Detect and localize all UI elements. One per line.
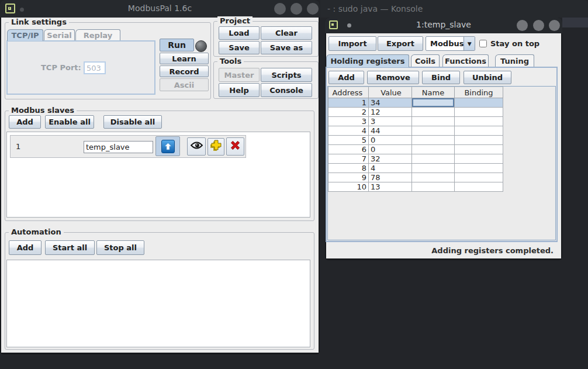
save-button[interactable]: Save (219, 41, 260, 54)
table-cell[interactable] (455, 126, 503, 136)
modbuspal-titlebar[interactable]: ModbusPal 1.6c (0, 0, 320, 18)
column-header-binding[interactable]: Binding (455, 87, 503, 98)
table-row[interactable]: 134 (328, 98, 503, 108)
column-header-address[interactable]: Address (328, 87, 369, 98)
automation-add-button[interactable]: Add (9, 240, 41, 255)
slave-enable-toggle[interactable] (155, 136, 180, 156)
register-remove-button[interactable]: Remove (367, 71, 419, 84)
import-button[interactable]: Import (328, 36, 376, 51)
tab-holding-registers[interactable]: Holding registers (326, 54, 409, 67)
table-row[interactable]: 444 (328, 126, 503, 136)
register-unbind-button[interactable]: Unbind (464, 71, 511, 84)
learn-button[interactable]: Learn (160, 53, 209, 64)
stop-all-button[interactable]: Stop all (96, 240, 144, 255)
console-button[interactable]: Console (261, 83, 312, 97)
table-cell[interactable] (455, 117, 503, 126)
load-button[interactable]: Load (219, 26, 260, 40)
table-cell[interactable] (455, 145, 503, 154)
scripts-button[interactable]: Scripts (261, 68, 312, 82)
table-cell[interactable] (455, 108, 503, 117)
mode-combobox[interactable]: Modbus ▼ (426, 36, 475, 51)
table-cell[interactable]: 7 (328, 154, 369, 164)
table-cell[interactable]: 13 (369, 182, 412, 192)
table-cell[interactable] (412, 108, 455, 117)
table-cell[interactable] (412, 117, 455, 126)
close-button[interactable] (549, 20, 560, 31)
table-cell[interactable]: 44 (369, 126, 412, 136)
maximize-button[interactable] (290, 3, 302, 15)
table-cell[interactable]: 1 (328, 98, 369, 108)
run-button[interactable]: Run (160, 39, 194, 51)
table-cell[interactable]: 10 (328, 182, 369, 192)
chevron-down-icon[interactable]: ▼ (464, 37, 475, 50)
slaves-add-button[interactable]: Add (9, 115, 41, 129)
tab-replay[interactable]: Replay (75, 29, 120, 40)
table-cell[interactable]: 3 (369, 117, 412, 126)
slave-duplicate-button[interactable] (207, 138, 224, 156)
export-button[interactable]: Export (378, 36, 423, 51)
save-as-button[interactable]: Save as (261, 41, 312, 54)
disable-all-button[interactable]: Disable all (103, 115, 162, 129)
tab-tcpip[interactable]: TCP/IP (7, 29, 43, 41)
table-row[interactable]: 84 (328, 164, 503, 173)
enable-all-button[interactable]: Enable all (45, 115, 94, 129)
tab-functions[interactable]: Functions (442, 54, 489, 67)
table-cell[interactable]: 4 (369, 164, 412, 173)
table-cell[interactable]: 2 (328, 108, 369, 117)
table-cell[interactable] (455, 154, 503, 164)
table-cell[interactable] (455, 98, 503, 108)
table-row[interactable]: 60 (328, 145, 503, 154)
register-bind-button[interactable]: Bind (422, 71, 460, 84)
register-add-button[interactable]: Add (328, 71, 364, 84)
tab-serial[interactable]: Serial (44, 29, 75, 40)
tab-tuning[interactable]: Tuning (495, 54, 534, 67)
table-cell[interactable] (412, 98, 455, 108)
slave-view-button[interactable] (187, 137, 206, 156)
tab-coils[interactable]: Coils (411, 54, 440, 67)
tcp-port-field[interactable] (84, 61, 106, 74)
table-row[interactable]: 212 (328, 108, 503, 117)
maximize-button[interactable] (533, 20, 544, 31)
table-row[interactable]: 732 (328, 154, 503, 164)
table-cell[interactable] (412, 182, 455, 192)
table-cell[interactable] (412, 145, 455, 154)
table-cell[interactable] (455, 182, 503, 192)
slave-delete-button[interactable] (226, 137, 244, 156)
table-cell[interactable]: 34 (369, 98, 412, 108)
table-cell[interactable]: 5 (328, 136, 369, 145)
table-cell[interactable] (455, 173, 503, 182)
table-cell[interactable]: 0 (369, 145, 412, 154)
table-cell[interactable]: 0 (369, 136, 412, 145)
table-cell[interactable]: 3 (328, 117, 369, 126)
start-all-button[interactable]: Start all (45, 240, 95, 255)
slave-name-field[interactable] (84, 141, 153, 153)
table-row[interactable]: 50 (328, 136, 503, 145)
table-cell[interactable]: 32 (369, 154, 412, 164)
table-cell[interactable]: 12 (369, 108, 412, 117)
register-table-scrollpane[interactable]: Address Value Name Binding 1342123344450… (327, 86, 556, 240)
table-cell[interactable]: 4 (328, 126, 369, 136)
table-cell[interactable]: 6 (328, 145, 369, 154)
table-cell[interactable] (412, 154, 455, 164)
table-row[interactable]: 33 (328, 117, 503, 126)
column-header-name[interactable]: Name (412, 87, 455, 98)
table-cell[interactable] (412, 136, 455, 145)
table-row[interactable]: 978 (328, 173, 503, 182)
record-button[interactable]: Record (160, 65, 209, 77)
help-button[interactable]: Help (219, 83, 260, 97)
table-cell[interactable] (412, 126, 455, 136)
konsole-titlebar[interactable]: - : sudo java — Konsole (320, 0, 588, 18)
table-cell[interactable] (412, 173, 455, 182)
table-cell[interactable]: 8 (328, 164, 369, 173)
temp-slave-titlebar[interactable]: 1:temp_slave (325, 18, 562, 33)
column-header-value[interactable]: Value (369, 87, 412, 98)
table-cell[interactable]: 9 (328, 173, 369, 182)
table-cell[interactable]: 78 (369, 173, 412, 182)
close-button[interactable] (307, 3, 319, 15)
table-cell[interactable] (455, 136, 503, 145)
table-cell[interactable] (455, 164, 503, 173)
stay-on-top-checkbox[interactable] (479, 40, 487, 47)
table-row[interactable]: 1013 (328, 182, 503, 192)
clear-button[interactable]: Clear (261, 26, 312, 40)
table-cell[interactable] (412, 164, 455, 173)
